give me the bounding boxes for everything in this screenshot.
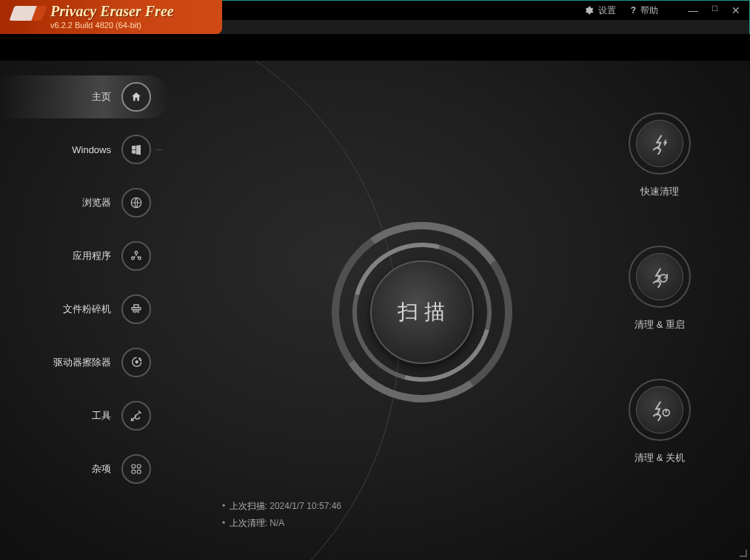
grid-icon — [121, 454, 151, 484]
clean-restart-label: 清理 & 重启 — [635, 318, 685, 331]
scan-button[interactable]: 扫描 — [370, 260, 474, 364]
tools-icon — [121, 401, 151, 431]
nav-home[interactable]: 主页 — [0, 75, 170, 118]
resize-grip[interactable] — [740, 550, 747, 557]
app-banner: Privacy Eraser Free v6.2.2 Build 4820 (6… — [0, 0, 222, 34]
svg-point-7 — [140, 360, 141, 361]
windows-icon — [121, 135, 151, 164]
settings-button[interactable]: 设置 — [583, 4, 616, 17]
drive-wiper-icon — [121, 348, 151, 377]
nav-windows[interactable]: Windows — [0, 123, 170, 176]
broom-restart-icon — [649, 266, 671, 288]
settings-label: 设置 — [598, 4, 616, 17]
broom-power-icon — [649, 399, 671, 421]
nav-apps[interactable]: 应用程序 — [0, 229, 170, 283]
last-scan-label: 上次扫描: — [230, 501, 267, 511]
shredder-icon — [121, 294, 151, 324]
eraser-icon — [12, 6, 43, 25]
clean-shutdown-button[interactable]: 清理 & 关机 — [629, 379, 691, 465]
svg-rect-9 — [137, 465, 141, 468]
nav-browser-label: 浏览器 — [82, 196, 111, 209]
nav-drive-wiper[interactable]: 驱动器擦除器 — [0, 336, 170, 389]
home-icon — [121, 82, 151, 112]
svg-point-6 — [139, 358, 141, 360]
status-info: 上次扫描: 2024/1/7 10:57:46 上次清理: N/A — [222, 498, 341, 532]
last-scan-value: 2024/1/7 10:57:46 — [269, 501, 341, 511]
nav-windows-label: Windows — [72, 144, 111, 155]
last-clean-label: 上次清理: — [230, 518, 267, 528]
nav-shredder-label: 文件粉碎机 — [63, 303, 111, 316]
nav-misc-label: 杂项 — [92, 462, 111, 476]
nav-tools[interactable]: 工具 — [0, 389, 170, 442]
nav-tools-label: 工具 — [92, 409, 111, 422]
app-name: Privacy Eraser Free — [50, 3, 174, 20]
side-nav: 主页 Windows 浏览器 应用程序 文件粉碎机 — [0, 75, 170, 496]
last-clean-value: N/A — [269, 518, 284, 528]
help-label: 帮助 — [640, 4, 658, 17]
question-icon: ? — [631, 5, 636, 16]
nav-shredder[interactable]: 文件粉碎机 — [0, 283, 170, 336]
app-version: v6.2.2 Build 4820 (64-bit) — [50, 21, 174, 30]
scan-label: 扫描 — [393, 298, 451, 326]
scan-control: 扫描 — [348, 238, 496, 386]
nav-drive-wiper-label: 驱动器擦除器 — [53, 356, 111, 369]
quick-clean-button[interactable]: 快速清理 — [629, 112, 691, 198]
help-button[interactable]: ? 帮助 — [631, 4, 658, 17]
main-area: 主页 Windows 浏览器 应用程序 文件粉碎机 — [0, 61, 750, 560]
globe-icon — [121, 188, 151, 217]
action-column: 快速清理 清理 & 重启 清理 & 关机 — [629, 112, 691, 465]
clean-shutdown-label: 清理 & 关机 — [635, 451, 685, 465]
svg-point-1 — [135, 252, 138, 254]
close-button[interactable]: ✕ — [731, 5, 740, 16]
nav-browser[interactable]: 浏览器 — [0, 176, 170, 229]
quick-clean-label: 快速清理 — [640, 185, 679, 198]
minimize-button[interactable]: — — [688, 5, 698, 16]
nav-home-label: 主页 — [92, 90, 111, 104]
svg-point-5 — [135, 361, 138, 363]
clean-restart-button[interactable]: 清理 & 重启 — [629, 246, 691, 331]
svg-rect-10 — [132, 470, 135, 473]
maximize-button[interactable]: ☐ — [712, 5, 718, 16]
broom-bolt-icon — [649, 132, 671, 155]
svg-rect-8 — [132, 465, 135, 468]
nav-misc[interactable]: 杂项 — [0, 442, 170, 496]
svg-rect-11 — [137, 470, 141, 473]
apps-icon — [121, 241, 151, 271]
gear-icon — [583, 5, 594, 16]
nav-apps-label: 应用程序 — [73, 249, 111, 263]
